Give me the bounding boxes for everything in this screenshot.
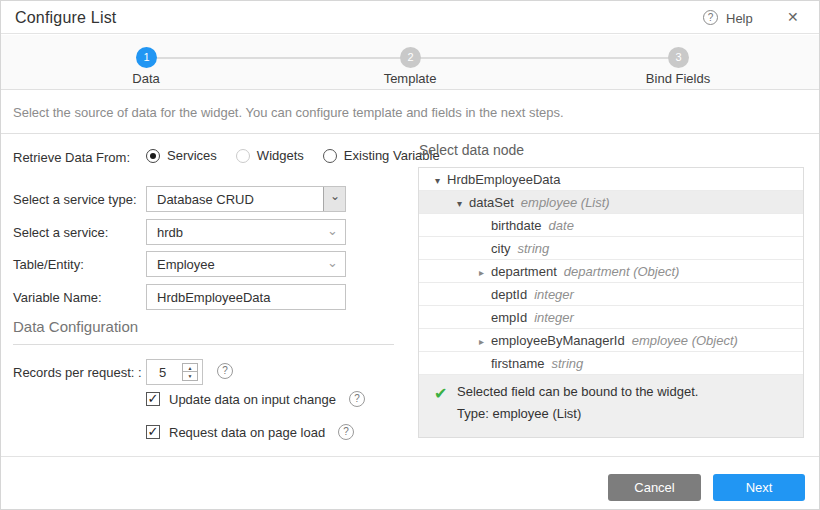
data-configuration-heading: Data Configuration <box>13 318 138 335</box>
tree-node-label: employeeByManagerId <box>491 333 625 348</box>
service-type-dropdown-button[interactable]: ⌄ <box>323 187 345 211</box>
step-2-label[interactable]: Template <box>340 71 480 86</box>
chevron-down-icon: ⌄ <box>327 223 338 238</box>
stepper-buttons: ▲ ▼ <box>182 363 198 381</box>
tree-node-type: date <box>549 218 574 233</box>
tree-node-type: department (Object) <box>564 264 680 279</box>
records-per-request-stepper[interactable]: 5 ▲ ▼ <box>146 359 203 385</box>
table-entity-label: Table/Entity: <box>13 257 84 272</box>
help-link[interactable]: Help <box>726 11 753 26</box>
step-1-label[interactable]: Data <box>76 71 216 86</box>
stepper-down-icon[interactable]: ▼ <box>183 372 197 380</box>
next-button[interactable]: Next <box>713 474 805 501</box>
service-type-label: Select a service type: <box>13 192 137 207</box>
check-icon: ✔ <box>434 384 447 403</box>
service-value: hrdb <box>157 225 183 240</box>
update-data-checkbox-label[interactable]: Update data on input change <box>169 392 336 407</box>
records-help-icon[interactable]: ? <box>217 363 233 379</box>
tree-row-employeebymanagerid[interactable]: ▸employeeByManagerIdemployee (Object) <box>419 329 803 352</box>
service-select[interactable]: hrdb ⌄ <box>146 219 346 245</box>
tree-node-type: employee (List) <box>521 195 610 210</box>
update-data-checkbox-row: ✓ Update data on input change ? <box>146 391 365 407</box>
tree-node-type: string <box>551 356 583 371</box>
section-divider <box>13 344 394 345</box>
tree-node-label: dataSet <box>469 195 514 210</box>
select-data-node-heading: Select data node <box>419 142 524 158</box>
description-bar: Select the source of data for the widget… <box>1 91 819 134</box>
variable-name-label: Variable Name: <box>13 290 102 305</box>
tree-row-birthdate[interactable]: birthdatedate <box>419 214 803 237</box>
tree-node-label: city <box>491 241 511 256</box>
footer-divider <box>1 456 819 457</box>
tree-node-label: department <box>491 264 557 279</box>
request-data-help-icon[interactable]: ? <box>338 424 354 440</box>
caret-right-icon[interactable]: ▸ <box>472 262 491 283</box>
table-entity-value: Employee <box>157 257 215 272</box>
radio-widgets[interactable]: Widgets <box>236 148 304 163</box>
cancel-button[interactable]: Cancel <box>608 474 701 501</box>
tree-node-label: empId <box>491 310 527 325</box>
request-data-checkbox-row: ✓ Request data on page load ? <box>146 424 354 440</box>
binding-info-line2: Type: employee (List) <box>457 406 581 421</box>
service-type-value: Database CRUD <box>157 192 254 207</box>
data-node-tree: ▾HrdbEmployeeData ▾dataSetemployee (List… <box>418 167 804 438</box>
request-data-checkbox-label[interactable]: Request data on page load <box>169 425 325 440</box>
tree-node-type: string <box>518 241 550 256</box>
retrieve-data-from-radiogroup: Services Widgets Existing Variable <box>146 148 450 163</box>
tree-row-deptid[interactable]: deptIdinteger <box>419 283 803 306</box>
step-2-circle[interactable]: 2 <box>400 47 421 68</box>
tree-row-empid[interactable]: empIdinteger <box>419 306 803 329</box>
wizard-stepper: 1 2 3 Data Template Bind Fields <box>1 35 819 90</box>
step-3-label[interactable]: Bind Fields <box>608 71 748 86</box>
tree-node-label: firstname <box>491 356 544 371</box>
step-3-circle[interactable]: 3 <box>668 47 689 68</box>
close-icon[interactable]: ✕ <box>787 9 799 25</box>
chevron-down-icon: ⌄ <box>327 255 338 270</box>
configure-list-dialog: Configure List ? Help ✕ 1 2 3 Data Templ… <box>0 0 820 510</box>
tree-node-type: integer <box>534 287 574 302</box>
service-type-select[interactable]: Database CRUD ⌄ <box>146 186 346 212</box>
radio-services[interactable]: Services <box>146 148 217 163</box>
tree-node-label: HrdbEmployeeData <box>447 172 560 187</box>
tree-node-type: integer <box>534 310 574 325</box>
update-data-help-icon[interactable]: ? <box>349 391 365 407</box>
caret-down-icon[interactable]: ▾ <box>450 193 469 214</box>
chevron-down-icon: ⌄ <box>330 189 340 203</box>
tree-row-hrdbemployeedata[interactable]: ▾HrdbEmployeeData <box>419 168 803 191</box>
caret-down-icon[interactable]: ▾ <box>428 170 447 191</box>
records-per-request-value[interactable]: 5 <box>159 365 166 380</box>
variable-name-input[interactable] <box>146 284 346 310</box>
tree-row-department[interactable]: ▸departmentdepartment (Object) <box>419 260 803 283</box>
update-data-checkbox[interactable]: ✓ <box>146 392 160 406</box>
step-1-circle[interactable]: 1 <box>136 47 157 68</box>
tree-node-label: deptId <box>491 287 527 302</box>
retrieve-data-from-label: Retrieve Data From: <box>13 150 130 165</box>
dialog-title: Configure List <box>15 9 117 27</box>
records-per-request-label: Records per request: : <box>13 365 142 380</box>
radio-existing-variable-icon[interactable] <box>323 149 337 163</box>
binding-info-line1: Selected field can be bound to the widge… <box>457 384 698 399</box>
description-text: Select the source of data for the widget… <box>13 105 564 120</box>
tree-row-city[interactable]: citystring <box>419 237 803 260</box>
caret-right-icon[interactable]: ▸ <box>472 331 491 352</box>
request-data-checkbox[interactable]: ✓ <box>146 425 160 439</box>
tree-node-label: birthdate <box>491 218 542 233</box>
stepper-up-icon[interactable]: ▲ <box>183 364 197 372</box>
tree-row-dataset[interactable]: ▾dataSetemployee (List) <box>419 191 803 214</box>
radio-services-label[interactable]: Services <box>167 148 217 163</box>
tree-node-type: employee (Object) <box>632 333 738 348</box>
binding-info-box: ✔ Selected field can be bound to the wid… <box>419 375 803 437</box>
dialog-header: Configure List ? Help ✕ <box>1 1 819 34</box>
tree-row-firstname[interactable]: firstnamestring <box>419 352 803 375</box>
service-label: Select a service: <box>13 225 108 240</box>
radio-services-icon[interactable] <box>146 149 160 163</box>
radio-widgets-icon[interactable] <box>236 149 250 163</box>
help-icon[interactable]: ? <box>703 10 718 25</box>
radio-widgets-label[interactable]: Widgets <box>257 148 304 163</box>
table-entity-select[interactable]: Employee ⌄ <box>146 251 346 277</box>
